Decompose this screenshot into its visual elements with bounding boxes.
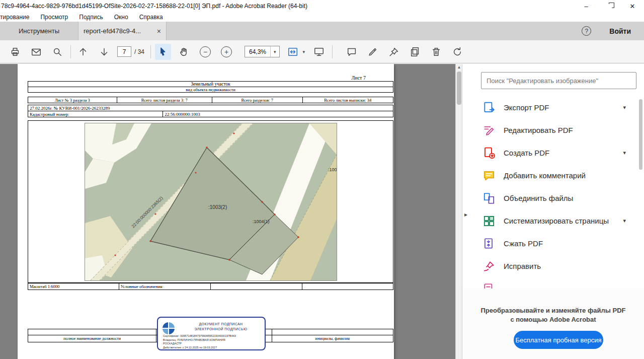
fountain-pen-icon — [388, 46, 399, 57]
tab-document[interactable]: report-efd478c9-4... × — [78, 22, 167, 40]
roskadastr-logo-icon — [162, 321, 176, 335]
cursor-icon — [158, 47, 168, 57]
hand-tool-button[interactable] — [176, 44, 192, 60]
tools-search-input[interactable] — [481, 72, 636, 89]
menu-bar: тирование Просмотр Подпись Окно Справка — [0, 12, 644, 22]
fix-icon — [482, 260, 496, 273]
rotate-icon — [452, 46, 463, 57]
window-controls: – ✕ — [575, 0, 644, 12]
zoom-out-icon: − — [200, 46, 211, 57]
meta-cell: Всего листов выписки: 34 — [302, 97, 393, 103]
close-icon: ✕ — [630, 3, 635, 10]
free-trial-button[interactable]: Бесплатная пробная версия — [514, 331, 603, 349]
chevron-down-icon[interactable]: ▾ — [623, 150, 626, 156]
digital-signature-stamp: ДОКУМЕНТ ПОДПИСАН ЭЛЕКТРОННОЙ ПОДПИСЬЮ С… — [157, 317, 266, 350]
menu-view[interactable]: Просмотр — [35, 14, 73, 21]
zoom-out-button[interactable]: − — [197, 44, 213, 60]
chevron-down-icon[interactable]: ▾ — [623, 104, 626, 111]
tool-item-organize-pages[interactable]: Систематизировать страницы ▾ — [482, 209, 626, 232]
presentation-mode-button[interactable] — [311, 44, 327, 60]
highlight-button[interactable] — [365, 44, 381, 60]
delete-pages-button[interactable] — [428, 44, 444, 60]
request-signature-button[interactable] — [407, 44, 423, 60]
object-type-caption: вид объекта недвижимости — [28, 87, 393, 92]
menu-editing[interactable]: тирование — [0, 14, 35, 21]
export-pdf-icon — [482, 101, 496, 114]
tool-item-combine-files[interactable]: Объединить файлы — [482, 187, 626, 209]
tab-tools[interactable]: Инструменты — [0, 22, 78, 40]
tool-item-fix[interactable]: Исправить — [482, 255, 626, 277]
zoom-level-dropdown[interactable]: 64,3% ▾ — [245, 46, 280, 57]
tab-bar: Инструменты report-efd478c9-4... × ? Вой… — [0, 22, 644, 40]
toolbar-separator — [70, 45, 71, 58]
tool-label: Редактировать PDF — [504, 126, 573, 134]
tool-label: Экспорт PDF — [504, 103, 549, 112]
sheet-number: Лист 7 — [352, 75, 366, 81]
object-type: Земельный участок — [28, 82, 393, 87]
tool-label: Исправить — [504, 262, 541, 270]
menu-sign[interactable]: Подпись — [73, 14, 109, 21]
chevron-down-icon[interactable]: ▾ — [623, 218, 626, 224]
tool-item-create-pdf[interactable]: Создать PDF ▾ — [482, 141, 626, 164]
menu-window[interactable]: Окно — [109, 14, 134, 21]
sign-in-button[interactable]: Войти — [609, 27, 631, 35]
email-button[interactable] — [28, 44, 44, 60]
title-bar: 78c9-4964-4acc-9829-976bd1d45199-OfSite-… — [0, 0, 644, 12]
help-icon[interactable]: ? — [582, 26, 591, 36]
tab-close-icon[interactable]: × — [157, 27, 161, 35]
panel-scrollbar-thumb[interactable] — [639, 99, 642, 170]
toolbar-separator — [332, 45, 333, 58]
tool-label: Создать PDF — [504, 149, 549, 157]
menu-help[interactable]: Справка — [134, 14, 169, 21]
meta-cell: Всего листов раздела 3: 7 — [117, 97, 212, 103]
close-button[interactable]: ✕ — [621, 0, 644, 12]
highlighter-icon — [367, 46, 378, 57]
next-page-button[interactable] — [96, 44, 112, 60]
cadastral-label: Кадастровый номер: — [28, 111, 163, 117]
select-tool-button[interactable] — [155, 44, 171, 60]
meta-cell: Лист № 3 раздела 3 — [28, 97, 117, 103]
trash-icon — [431, 46, 442, 57]
minimize-button[interactable]: – — [575, 0, 598, 12]
tools-list: Экспорт PDF ▾ Редактировать PDF Создать … — [482, 96, 626, 300]
sheet-meta-row: Лист № 3 раздела 3 Всего листов раздела … — [28, 97, 393, 103]
previous-page-button[interactable] — [75, 44, 91, 60]
empty-cell — [210, 283, 302, 290]
promo-text-line2: с помощью Adobe Acrobat — [462, 316, 644, 323]
tool-item-export-pdf[interactable]: Экспорт PDF ▾ — [482, 96, 626, 119]
parcel-main-label: :1003(2) — [208, 204, 227, 210]
restore-button[interactable] — [598, 0, 621, 12]
search-button[interactable] — [49, 44, 65, 60]
stamp-certificate: Сертификат: 0095714818479799065552193400… — [163, 334, 263, 337]
tool-item-edit-pdf[interactable]: Редактировать PDF — [482, 119, 626, 141]
parcel-right-label: :100 — [328, 167, 337, 172]
zoom-in-button[interactable]: + — [218, 44, 234, 60]
page-number-input[interactable] — [117, 46, 131, 57]
rotate-pages-button[interactable] — [449, 44, 465, 60]
print-icon — [10, 46, 21, 57]
tools-panel: ▸ Экспорт PDF ▾ Редактировать PDF Создат… — [462, 64, 644, 359]
fill-sign-button[interactable] — [386, 44, 402, 60]
tool-item-compress-pdf[interactable]: Сжать PDF — [482, 232, 626, 255]
position-caption: полное наименование должности — [28, 335, 156, 342]
tool-item-add-comment[interactable]: Добавить комментарий — [482, 164, 626, 187]
print-button[interactable] — [7, 44, 23, 60]
parcel-secondary-label: :1004(1) — [253, 219, 270, 224]
document-scrollbar[interactable]: ▲ — [455, 64, 462, 359]
tab-document-label: report-efd478c9-4... — [84, 27, 141, 35]
panel-collapse-icon[interactable]: ▸ — [464, 211, 467, 218]
tool-label: Сжать PDF — [504, 239, 543, 248]
stamp-owner-2: РОСКАДАСТР — [163, 342, 263, 345]
stamp-validity: Действителен: с 24.12.2025 по 19.03.2027 — [163, 346, 263, 349]
fit-page-button[interactable] — [285, 44, 301, 60]
cadastral-value: 22:56:000000:1003 — [163, 111, 393, 117]
tool-label: Добавить комментарий — [504, 171, 586, 180]
comment-button[interactable] — [344, 44, 360, 60]
comment-icon — [346, 46, 357, 57]
compress-pdf-icon — [482, 237, 496, 250]
chevron-down-icon[interactable]: ▾ — [303, 49, 305, 54]
cadastral-map: :1003(2) :1004(1) :100 22:00:000000:2365… — [85, 123, 337, 280]
scrollbar-thumb[interactable] — [457, 71, 461, 105]
stamp-subtitle: ЭЛЕКТРОННОЙ ПОДПИСЬЮ — [179, 327, 263, 331]
document-area: Лист 7 Земельный участок вид объекта нед… — [0, 64, 455, 359]
